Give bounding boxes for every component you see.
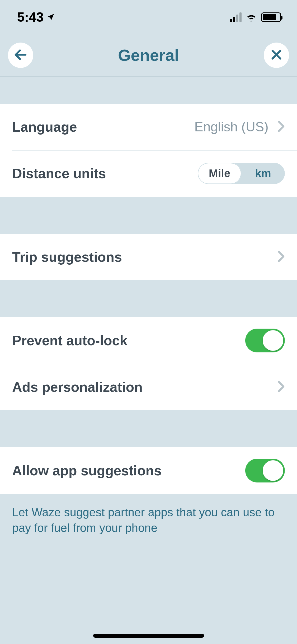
value-language: English (US) bbox=[194, 119, 268, 135]
close-button[interactable] bbox=[264, 43, 289, 68]
toggle-prevent-autolock[interactable] bbox=[245, 329, 285, 352]
chevron-right-icon bbox=[277, 121, 285, 133]
label-language: Language bbox=[12, 119, 77, 135]
arrow-left-icon bbox=[13, 47, 28, 63]
section-spacer bbox=[0, 410, 297, 447]
home-indicator bbox=[93, 634, 204, 638]
section-spacer bbox=[0, 77, 297, 104]
section-general: Language English (US) Distance units Mil… bbox=[0, 104, 297, 197]
battery-icon bbox=[261, 12, 281, 22]
chevron-right-icon bbox=[277, 251, 285, 263]
row-allow-app-suggestions: Allow app suggestions bbox=[0, 447, 297, 494]
row-prevent-autolock: Prevent auto-lock bbox=[0, 317, 297, 364]
toggle-allow-app-suggestions[interactable] bbox=[245, 459, 285, 482]
section-app-suggestions: Allow app suggestions bbox=[0, 447, 297, 494]
distance-units-segmented[interactable]: Mile km bbox=[198, 163, 285, 184]
location-icon bbox=[46, 10, 55, 25]
section-spacer bbox=[0, 197, 297, 234]
close-icon bbox=[270, 48, 283, 62]
label-prevent-autolock: Prevent auto-lock bbox=[12, 333, 127, 348]
footer-description: Let Waze suggest partner apps that you c… bbox=[0, 494, 297, 546]
label-allow-app-suggestions: Allow app suggestions bbox=[12, 463, 162, 479]
label-distance-units: Distance units bbox=[12, 165, 106, 181]
status-time: 5:43 bbox=[17, 10, 44, 25]
row-ads-personalization[interactable]: Ads personalization bbox=[0, 364, 297, 410]
section-privacy: Prevent auto-lock Ads personalization bbox=[0, 317, 297, 410]
status-right bbox=[230, 12, 281, 22]
status-bar: 5:43 bbox=[0, 0, 297, 34]
header: General bbox=[0, 34, 297, 77]
row-distance-units: Distance units Mile km bbox=[0, 150, 297, 197]
cellular-icon bbox=[230, 12, 242, 22]
page-title: General bbox=[118, 46, 179, 65]
segment-mile[interactable]: Mile bbox=[198, 163, 241, 184]
chevron-right-icon bbox=[277, 381, 285, 393]
section-trip: Trip suggestions bbox=[0, 234, 297, 280]
section-spacer bbox=[0, 280, 297, 317]
status-left: 5:43 bbox=[17, 10, 55, 25]
label-ads-personalization: Ads personalization bbox=[12, 379, 143, 395]
label-trip-suggestions: Trip suggestions bbox=[12, 249, 122, 265]
row-trip-suggestions[interactable]: Trip suggestions bbox=[0, 234, 297, 280]
back-button[interactable] bbox=[8, 43, 33, 68]
wifi-icon bbox=[245, 12, 257, 22]
segment-km[interactable]: km bbox=[241, 163, 285, 184]
row-language[interactable]: Language English (US) bbox=[0, 104, 297, 150]
